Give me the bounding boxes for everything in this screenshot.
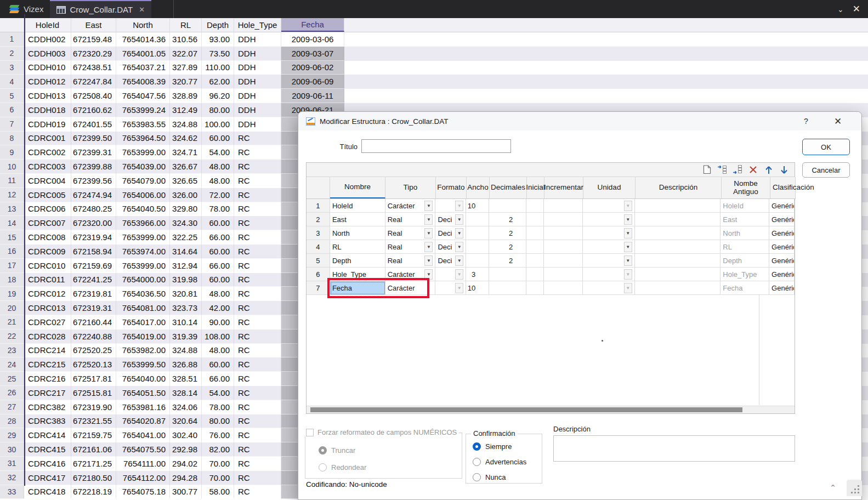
cell-east[interactable]: 672517.81 bbox=[71, 372, 116, 386]
cell-rownum[interactable]: 20 bbox=[0, 301, 24, 315]
unidad-dropdown-icon[interactable]: ▼ bbox=[624, 201, 632, 211]
cell-rl[interactable]: 300.77 bbox=[170, 485, 202, 499]
cell-rownum[interactable]: 3 bbox=[0, 61, 24, 75]
truncar-option[interactable]: Truncar bbox=[319, 446, 355, 454]
cell-north[interactable]: 7654079.00 bbox=[116, 174, 170, 188]
structure-cell-descripcion[interactable] bbox=[635, 281, 721, 295]
cell-rl[interactable]: 310.56 bbox=[170, 32, 202, 47]
cell-east[interactable]: 672520.13 bbox=[71, 357, 116, 372]
cell-holetype[interactable]: RC bbox=[234, 372, 281, 386]
cell-rl[interactable]: 324.71 bbox=[170, 145, 202, 160]
cell-north[interactable]: 7654075.18 bbox=[116, 485, 170, 499]
cell-holeid[interactable]: CDDH013 bbox=[24, 89, 71, 103]
structure-cell-incrementar[interactable] bbox=[544, 254, 583, 268]
cell-depth[interactable]: 72.00 bbox=[202, 188, 234, 202]
cell-rl[interactable]: 319.39 bbox=[170, 329, 202, 344]
cell-rl[interactable]: 328.51 bbox=[170, 372, 202, 386]
cell-depth[interactable]: 60.00 bbox=[202, 245, 234, 259]
structure-cell-tipo[interactable]: Carácter bbox=[385, 281, 436, 295]
cell-north[interactable]: 7654014.36 bbox=[116, 32, 170, 47]
cell-holeid[interactable]: CDRC418 bbox=[24, 485, 71, 499]
structure-cell-incrementar[interactable] bbox=[544, 281, 583, 295]
cell-holetype[interactable]: RC bbox=[234, 245, 281, 259]
cell-north[interactable]: 7653964.50 bbox=[116, 132, 170, 146]
formato-dropdown-icon[interactable]: ▼ bbox=[455, 269, 463, 280]
structure-cell-nombre[interactable]: North bbox=[330, 226, 385, 240]
cell-holetype[interactable]: RC bbox=[234, 414, 281, 429]
tipo-dropdown-icon[interactable]: ▼ bbox=[424, 242, 433, 252]
cell-east[interactable]: 672480.25 bbox=[71, 202, 116, 217]
siempre-radio[interactable] bbox=[473, 442, 481, 451]
nunca-radio[interactable] bbox=[473, 473, 481, 481]
cell-holetype[interactable]: DDH bbox=[234, 75, 281, 89]
cell-holetype[interactable]: RC bbox=[234, 174, 281, 188]
horizontal-scrollbar[interactable] bbox=[307, 406, 795, 413]
cell-depth[interactable]: 62.00 bbox=[202, 75, 234, 89]
structure-column-header-descripcion[interactable]: Descripción bbox=[636, 177, 722, 198]
cell-rownum[interactable]: 21 bbox=[0, 315, 24, 329]
structure-cell-descripcion[interactable] bbox=[635, 268, 721, 281]
structure-cell-clasificacion[interactable]: Genérico bbox=[769, 213, 795, 226]
cell-holeid[interactable]: CDRC009 bbox=[24, 245, 71, 259]
cell-holeid[interactable]: CDRC216 bbox=[24, 372, 71, 386]
cell-depth[interactable]: 76.00 bbox=[202, 428, 234, 442]
cell-holeid[interactable]: CDDH003 bbox=[24, 47, 71, 61]
tab-close-icon[interactable]: ✕ bbox=[139, 5, 145, 14]
cell-rownum[interactable]: 8 bbox=[0, 132, 24, 146]
structure-cell-descripcion[interactable] bbox=[635, 240, 721, 254]
cell-holetype[interactable]: RC bbox=[234, 357, 281, 372]
cell-holetype[interactable]: RC bbox=[234, 386, 281, 400]
cell-north[interactable]: 7654017.00 bbox=[116, 315, 170, 329]
cell-depth[interactable]: 80.00 bbox=[202, 103, 234, 117]
cell-rl[interactable]: 326.67 bbox=[170, 160, 202, 174]
unidad-dropdown-icon[interactable]: ▼ bbox=[624, 214, 632, 225]
cell-holetype[interactable]: RC bbox=[234, 428, 281, 442]
cell-holetype[interactable]: RC bbox=[234, 329, 281, 344]
cell-east[interactable]: 672401.55 bbox=[71, 117, 116, 132]
cell-rownum[interactable]: 31 bbox=[0, 457, 24, 471]
cell-east[interactable]: 672319.81 bbox=[71, 287, 116, 301]
cell-north[interactable]: 7654051.50 bbox=[116, 386, 170, 400]
cell-rl[interactable]: 326.88 bbox=[170, 357, 202, 372]
cell-holetype[interactable]: RC bbox=[234, 457, 281, 471]
cell-rownum[interactable]: 14 bbox=[0, 216, 24, 230]
cell-holeid[interactable]: CDRC383 bbox=[24, 414, 71, 429]
cell-east[interactable]: 672319.94 bbox=[71, 230, 116, 245]
cell-rl[interactable]: 323.73 bbox=[170, 301, 202, 315]
cell-depth[interactable]: 66.00 bbox=[202, 259, 234, 273]
structure-cell-nombre-antiguo[interactable]: Fecha bbox=[721, 281, 769, 295]
move-field-down-icon[interactable] bbox=[779, 164, 789, 175]
structure-cell-formato[interactable]: ▼ bbox=[435, 199, 466, 213]
unidad-dropdown-icon[interactable]: ▼ bbox=[624, 283, 632, 293]
cell-north[interactable]: 7653966.00 bbox=[116, 216, 170, 230]
structure-cell-tipo[interactable]: Real▼ bbox=[385, 240, 436, 254]
insert-field-before-icon[interactable] bbox=[717, 164, 728, 175]
column-header-fecha[interactable]: Fecha bbox=[281, 18, 344, 32]
tab-vizex[interactable]: Vizex bbox=[3, 0, 50, 18]
cell-depth[interactable]: 90.00 bbox=[202, 315, 234, 329]
tipo-dropdown-icon[interactable]: ▼ bbox=[424, 269, 433, 280]
cell-depth[interactable]: 54.00 bbox=[202, 145, 234, 160]
cell-rownum[interactable]: 13 bbox=[0, 202, 24, 217]
column-header-east[interactable]: East bbox=[71, 18, 116, 32]
new-field-icon[interactable] bbox=[702, 164, 712, 175]
structure-cell-nombre-antiguo[interactable]: North bbox=[721, 226, 769, 240]
structure-cell-unidad[interactable]: ▼ bbox=[583, 199, 635, 213]
ok-button[interactable]: OK bbox=[802, 139, 850, 155]
cell-fecha[interactable]: 2009-03-07 bbox=[281, 47, 344, 61]
cell-holetype[interactable]: RC bbox=[234, 344, 281, 358]
cell-north[interactable]: 7654037.21 bbox=[116, 61, 170, 75]
cell-north[interactable]: 7654041.00 bbox=[116, 428, 170, 442]
structure-cell-decimales[interactable] bbox=[489, 281, 526, 295]
cell-holetype[interactable]: RC bbox=[234, 230, 281, 245]
cell-rownum[interactable]: 6 bbox=[0, 103, 24, 117]
structure-cell-tipo[interactable]: Carácter▼ bbox=[385, 199, 436, 213]
cell-fecha[interactable]: 2009-06-11 bbox=[281, 89, 344, 103]
cell-north[interactable]: 7653999.00 bbox=[116, 259, 170, 273]
cell-rl[interactable]: 320.77 bbox=[170, 75, 202, 89]
cell-depth[interactable]: 60.00 bbox=[202, 357, 234, 372]
cell-east[interactable]: 672161.06 bbox=[71, 442, 116, 457]
cell-holeid[interactable]: CDRC011 bbox=[24, 273, 71, 287]
cell-depth[interactable]: 96.20 bbox=[202, 89, 234, 103]
structure-cell-incrementar[interactable] bbox=[544, 199, 583, 213]
